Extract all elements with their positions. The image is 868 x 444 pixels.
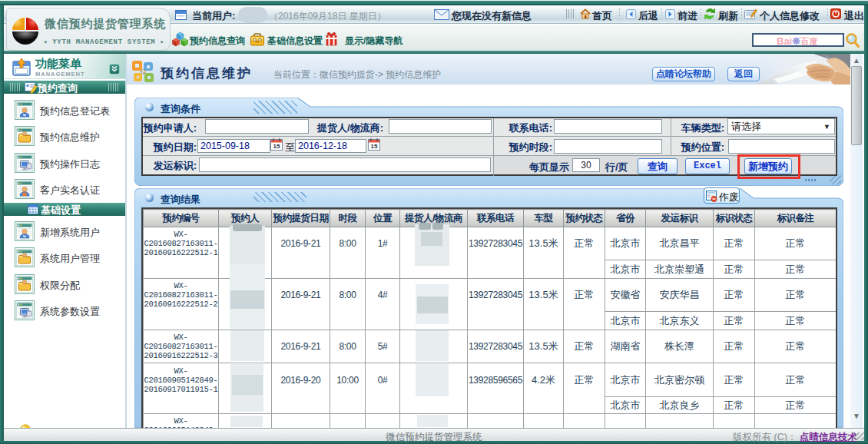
svg-text:15: 15: [273, 143, 280, 150]
svg-text:15: 15: [371, 143, 378, 150]
